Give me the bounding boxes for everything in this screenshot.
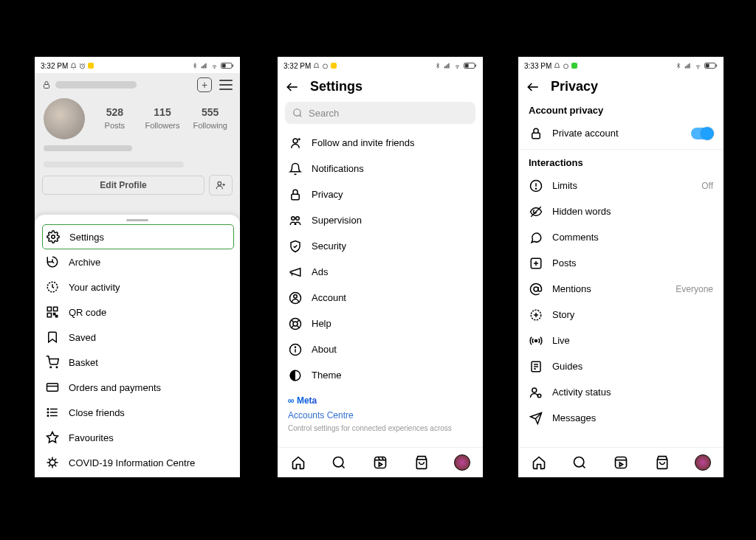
nav-reels[interactable] [613, 454, 629, 471]
settings-item-about[interactable]: About [278, 336, 483, 362]
nav-home[interactable] [290, 454, 306, 471]
nav-shop[interactable] [413, 454, 430, 471]
privacy-limits[interactable]: Limits Off [518, 173, 724, 198]
theme-icon [288, 368, 303, 383]
back-arrow-icon[interactable] [285, 80, 300, 94]
menu-label: Activity status [552, 387, 611, 398]
privacy-live[interactable]: Live [518, 328, 724, 353]
menu-label: Security [312, 240, 346, 252]
svg-point-101 [532, 388, 537, 392]
menu-label: Hidden words [552, 206, 611, 217]
svg-rect-82 [706, 64, 709, 68]
section-account-privacy: Account privacy [518, 100, 724, 120]
bell-icon [70, 63, 77, 69]
svg-point-25 [47, 409, 49, 410]
stat-posts[interactable]: 528Posts [91, 106, 139, 131]
battery-icon [221, 62, 234, 69]
privacy-mentions[interactable]: Mentions Everyone [518, 276, 724, 302]
status-bar: 3:32 PM [278, 57, 483, 73]
privacy-guides[interactable]: Guides [518, 353, 724, 379]
edit-profile-button[interactable]: Edit Profile [42, 176, 205, 195]
messages-icon [529, 411, 543, 426]
privacy-messages[interactable]: Messages [518, 405, 724, 431]
svg-point-55 [294, 294, 298, 298]
svg-line-59 [297, 325, 299, 328]
nav-shop[interactable] [654, 454, 670, 471]
stat-following[interactable]: 555Following [186, 106, 234, 131]
activity-icon [45, 280, 60, 294]
svg-point-66 [334, 457, 343, 467]
settings-item-help[interactable]: Help [278, 311, 483, 336]
svg-rect-51 [292, 194, 300, 200]
stat-label: Following [193, 121, 227, 130]
menu-label: Saved [69, 332, 96, 343]
svg-point-52 [292, 216, 295, 220]
nav-home[interactable] [531, 454, 547, 471]
menu-item-your-activity[interactable]: Your activity [35, 274, 240, 300]
settings-item-theme[interactable]: Theme [278, 362, 483, 388]
settings-item-follow-invite[interactable]: Follow and invite friends [278, 130, 483, 156]
settings-item-security[interactable]: Security [278, 233, 483, 259]
menu-label: Follow and invite friends [312, 137, 414, 148]
menu-icon[interactable] [219, 80, 233, 90]
back-arrow-icon[interactable] [526, 80, 540, 94]
nav-search[interactable] [571, 454, 588, 471]
menu-item-qr-code[interactable]: QR code [35, 300, 240, 325]
gear-icon [46, 229, 61, 244]
menu-item-settings[interactable]: Settings [42, 224, 234, 249]
menu-label: Privacy [312, 189, 343, 200]
menu-item-close-friends[interactable]: Close friends [35, 400, 240, 425]
sheet-handle[interactable] [126, 219, 148, 221]
svg-point-74 [564, 63, 568, 68]
profile-background: + 528Posts 115Followers 555Following Edi… [35, 73, 240, 235]
nav-search[interactable] [331, 454, 347, 471]
card-icon [45, 380, 60, 395]
toggle-switch[interactable] [691, 128, 713, 139]
privacy-private-account[interactable]: Private account [518, 120, 724, 146]
discover-people-button[interactable] [209, 175, 233, 195]
menu-item-saved[interactable]: Saved [35, 325, 240, 350]
svg-line-49 [300, 115, 302, 117]
stat-followers[interactable]: 115Followers [139, 106, 187, 131]
bio-redacted [44, 162, 184, 167]
profile-avatar[interactable] [44, 98, 85, 139]
svg-rect-68 [374, 457, 385, 468]
svg-rect-77 [688, 64, 689, 68]
svg-rect-2 [203, 65, 204, 68]
bluetooth-icon [435, 62, 441, 69]
settings-item-privacy[interactable]: Privacy [278, 181, 483, 207]
privacy-posts[interactable]: Posts [518, 250, 724, 276]
battery-icon [704, 62, 718, 69]
settings-item-supervision[interactable]: Supervision [278, 207, 483, 233]
svg-rect-42 [448, 63, 449, 68]
privacy-story[interactable]: Story [518, 302, 724, 328]
nav-profile[interactable] [454, 454, 470, 471]
menu-item-basket[interactable]: Basket [35, 350, 240, 375]
svg-rect-20 [47, 384, 58, 392]
menu-label: Basket [69, 357, 98, 368]
nav-profile[interactable] [695, 454, 711, 471]
settings-item-notifications[interactable]: Notifications [278, 156, 483, 181]
wifi-icon [694, 63, 702, 69]
privacy-activity-status[interactable]: Activity status [518, 379, 724, 405]
privacy-hidden-words[interactable]: Hidden words [518, 198, 724, 224]
svg-point-5 [214, 68, 215, 69]
settings-item-ads[interactable]: Ads [278, 259, 483, 285]
svg-point-11 [52, 235, 55, 239]
reels-icon [373, 455, 388, 470]
create-button[interactable]: + [197, 77, 212, 92]
nav-reels[interactable] [372, 454, 388, 471]
privacy-comments[interactable]: Comments [518, 224, 724, 250]
search-input[interactable]: Search [285, 102, 475, 124]
menu-label: Supervision [312, 215, 362, 226]
menu-item-archive[interactable]: Archive [35, 249, 240, 274]
svg-point-29 [49, 460, 55, 465]
menu-item-orders[interactable]: Orders and payments [35, 375, 240, 400]
menu-item-covid[interactable]: COVID-19 Information Centre [35, 450, 240, 475]
accounts-centre-link[interactable]: Accounts Centre [288, 410, 472, 420]
lock-icon [529, 126, 543, 141]
status-bar: 3:33 PM [518, 57, 724, 73]
svg-rect-3 [205, 64, 205, 68]
settings-item-account[interactable]: Account [278, 285, 483, 311]
menu-item-favourites[interactable]: Favourites [35, 425, 240, 450]
